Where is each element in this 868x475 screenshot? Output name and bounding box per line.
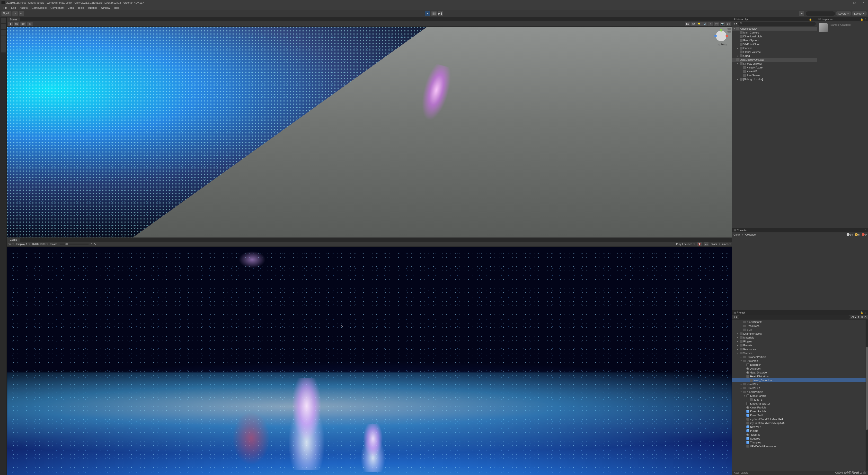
project-item[interactable]: ▾Scenes [732,351,868,355]
project-item[interactable]: KinectTrail [732,413,868,417]
version-control-button[interactable]: ⟳ [19,11,24,16]
project-item[interactable]: ▾KinectParticle [732,394,868,398]
z-axis-icon[interactable] [714,35,717,37]
gizmos-game-dropdown[interactable]: Gizmos ▾ [719,243,731,246]
y-axis-icon[interactable] [720,29,722,32]
2d-toggle[interactable]: 2D [690,22,696,26]
scale-slider[interactable] [60,244,89,244]
project-item[interactable]: Distortion [732,363,868,367]
hierarchy-item[interactable]: Kinect4Azure [732,66,817,69]
menu-jobs[interactable]: Jobs [66,6,75,10]
project-item[interactable]: Heat_Distortion [732,374,868,378]
hierarchy-tree[interactable]: ▾ KinectParticle* Main CameraDirectional… [732,26,817,228]
project-search-input[interactable] [738,315,850,319]
game-tab[interactable]: Game [7,238,20,242]
hierarchy-item[interactable]: ▸[Debug Updater] [732,77,817,81]
scene-view[interactable]: ≤ Persp [7,27,732,238]
project-item[interactable]: Resources [732,324,868,328]
create-dropdown[interactable]: ＋▾ [733,22,737,26]
draw-mode-dropdown[interactable]: ◐▾ [685,22,690,26]
project-item[interactable]: ▸Resources [732,347,868,351]
menu-tools[interactable]: Tools [76,6,86,10]
menu-component[interactable]: Component [49,6,66,10]
error-count-toggle[interactable]: !0 [862,233,867,236]
menu-gameobject[interactable]: GameObject [30,6,49,10]
project-item[interactable]: ▾Distortion [732,359,868,363]
project-title[interactable]: Project [737,311,859,314]
x-axis-icon[interactable] [725,35,728,37]
game-group-dropdown[interactable]: me ▾ [8,243,14,246]
project-item[interactable]: Heat_Distortion [732,371,868,374]
overlay-handle[interactable] [727,28,731,30]
sentinel-button[interactable] [1,30,6,35]
hierarchy-item[interactable]: Global Volume [732,50,817,54]
hierarchy-item[interactable]: VfxPointCloud [732,42,817,46]
undo-history-button[interactable]: ↶ [799,11,804,16]
overlay-handle[interactable] [727,31,731,33]
save-search-icon[interactable]: ★ [857,315,860,318]
panel-lock-icon[interactable]: 🔒 [809,18,812,21]
search-by-type-icon[interactable]: 🏷 [851,316,854,318]
hidden-packages-icon[interactable]: 👁 [861,316,863,318]
scene-tab[interactable]: Scene [7,17,20,21]
hierarchy-search-input[interactable]: All [738,22,816,26]
sentinel-button[interactable] [1,24,6,29]
info-count-toggle[interactable]: !14 [847,233,853,236]
hierarchy-item[interactable]: ▸Quad [732,54,817,58]
search-by-label-icon[interactable]: ⬥ [855,316,856,318]
menu-assets[interactable]: Assets [18,6,30,10]
hierarchy-title[interactable]: Hierarchy [737,18,808,21]
panel-menu-icon[interactable]: ⋮ [864,311,867,314]
hierarchy-item[interactable]: EventSystem [732,38,817,42]
project-item[interactable]: Triangles [732,441,868,444]
fx-toggle[interactable]: ✦ [708,22,713,26]
project-item[interactable]: ▸Materials [732,336,868,339]
project-item[interactable]: SDK [732,328,868,332]
hierarchy-item[interactable]: DontDestroyOnLoad [732,58,817,62]
menu-window[interactable]: Window [99,6,112,10]
sentinel-button[interactable] [1,18,6,23]
scene-tab-menu-icon[interactable]: ⋮ [726,18,732,21]
console-log-area[interactable] [732,237,868,310]
game-tab-menu-icon[interactable]: ⋮ [726,238,732,241]
collapse-toggle[interactable]: Collapse [745,233,756,236]
play-button[interactable]: ▶ [425,11,430,16]
pivot-toggle[interactable]: ⊙▾ [13,22,19,26]
project-item[interactable]: KinectParticle [732,409,868,413]
project-item[interactable]: Distortion [732,367,868,371]
step-button[interactable]: ▶❚ [438,11,443,16]
account-button[interactable]: Sign in [1,11,11,16]
minimize-button[interactable]: — [842,0,849,5]
project-scrollbar[interactable] [866,319,868,471]
vsync-toggle[interactable]: ▭ [704,242,709,246]
menu-tutorial[interactable]: Tutorial [86,6,98,10]
project-create-dropdown[interactable]: ＋▾ [733,315,737,319]
project-item[interactable]: 3781_1 [732,398,868,402]
pause-button[interactable]: ❚❚ [431,11,437,16]
audio-toggle[interactable]: 🔊 [702,22,708,26]
display-dropdown[interactable]: Display 1 ▾ [16,243,30,246]
panel-menu-icon[interactable]: ⋮ [813,18,815,21]
panel-menu-icon[interactable]: ⋮ [864,229,867,231]
sentinel-button[interactable] [1,47,6,53]
lighting-toggle[interactable]: 💡 [696,22,702,26]
project-item[interactable]: myPointCloudVertexMapK4A [732,421,868,425]
play-focused-dropdown[interactable]: Play Focused ▾ [676,243,695,246]
console-title[interactable]: Console [737,229,863,232]
scene-root[interactable]: ▾ KinectParticle* [732,27,817,31]
project-tree[interactable]: KinectScriptsResourcesSDK▸ExampleAssets▸… [732,319,868,471]
layers-dropdown[interactable]: Layers▾ [836,11,851,15]
hierarchy-item[interactable]: Directional Light [732,34,817,38]
project-item[interactable]: ▸HandVFX 1 [732,386,868,390]
hierarchy-item[interactable]: Main Camera [732,31,817,34]
game-view[interactable]: ↖ [7,247,732,475]
stats-toggle[interactable]: Stats [711,243,717,245]
sentinel-button[interactable] [1,35,6,41]
panel-lock-icon[interactable]: 🔒 [860,18,863,21]
resolution-dropdown[interactable]: 3781x1080 ▾ [32,243,48,246]
hidden-toggle[interactable]: 👁▾ [714,22,719,26]
project-item[interactable]: New VFX [732,425,868,429]
mute-toggle[interactable]: 🔇 [697,242,702,246]
grid-toggle[interactable]: ▦▾ [21,22,26,26]
sentinel-button[interactable] [1,41,6,47]
